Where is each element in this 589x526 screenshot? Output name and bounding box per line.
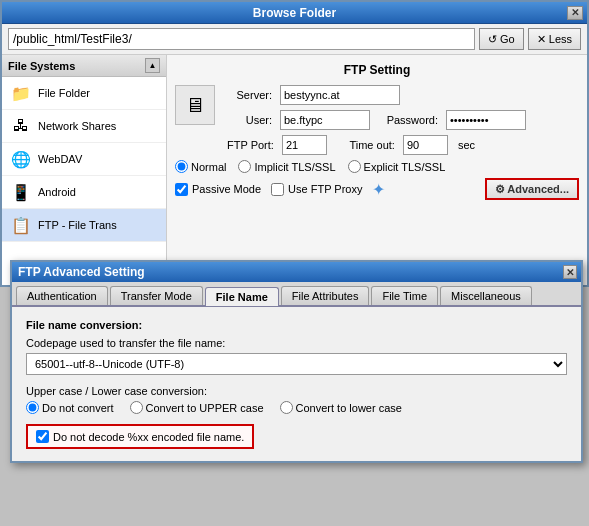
go-button[interactable]: ↺ Go [479,28,524,50]
radio-explicit-label: Explicit TLS/SSL [364,161,446,173]
password-label: Password: [378,114,438,126]
codepage-subtitle: Codepage used to transfer the file name: [26,337,567,349]
ftp-icon: 📋 [10,214,32,236]
advanced-dialog-title: FTP Advanced Setting [18,265,145,279]
decode-checkbox-row: Do not decode %xx encoded file name. [26,424,254,449]
android-icon: 📱 [10,181,32,203]
connection-type-group: Normal Implicit TLS/SSL Explicit TLS/SSL [175,160,579,173]
password-input[interactable] [446,110,526,130]
ftp-port-label: FTP Port: [227,139,274,151]
window-title: Browse Folder [253,6,336,20]
tab-file-time[interactable]: File Time [371,286,438,305]
case-subtitle: Upper case / Lower case conversion: [26,385,567,397]
timeout-label: Time out: [335,139,395,151]
sidebar-item-label: WebDAV [38,153,82,165]
advanced-button[interactable]: ⚙ Advanced... [485,178,579,200]
sidebar-item-label: Network Shares [38,120,116,132]
advanced-dialog-title-bar: FTP Advanced Setting ✕ [12,262,581,282]
address-bar: ↺ Go ✕ Less [2,24,587,55]
passive-mode-checkbox[interactable] [175,183,188,196]
browse-folder-window: Browse Folder ✕ ↺ Go ✕ Less File Systems… [0,0,589,287]
file-name-section-title: File name conversion: [26,319,567,331]
star-icon: ✦ [372,180,385,199]
sidebar-item-ftp[interactable]: 📋 FTP - File Trans [2,209,166,242]
scroll-up-button[interactable]: ▲ [145,58,160,73]
advanced-setting-dialog: FTP Advanced Setting ✕ Authentication Tr… [10,260,583,463]
advanced-dialog-close-button[interactable]: ✕ [563,265,577,279]
main-content: File Systems ▲ 📁 File Folder 🖧 Network S… [2,55,587,285]
port-timeout-row: FTP Port: Time out: sec [227,135,579,155]
file-systems-header: File Systems ▲ [2,55,166,77]
tab-file-name[interactable]: File Name [205,287,279,306]
case-no-convert-radio[interactable] [26,401,39,414]
radio-normal-label: Normal [191,161,226,173]
tab-authentication[interactable]: Authentication [16,286,108,305]
sidebar-item-label: Android [38,186,76,198]
ftp-port-input[interactable] [282,135,327,155]
radio-implicit-tls[interactable]: Implicit TLS/SSL [238,160,335,173]
case-to-upper[interactable]: Convert to UPPER case [130,401,264,414]
timeout-input[interactable] [403,135,448,155]
radio-implicit-input[interactable] [238,160,251,173]
ftp-proxy-label: Use FTP Proxy [288,183,362,195]
case-to-lower[interactable]: Convert to lower case [280,401,402,414]
tab-transfer-mode[interactable]: Transfer Mode [110,286,203,305]
user-label: User: [227,114,272,126]
ftp-server-icon: 🖥 [175,85,215,125]
decode-label: Do not decode %xx encoded file name. [53,431,244,443]
case-no-convert-label: Do not convert [42,402,114,414]
sidebar-item-network-shares[interactable]: 🖧 Network Shares [2,110,166,143]
timeout-unit: sec [458,139,475,151]
passive-mode-row: Passive Mode [175,183,261,196]
sidebar-item-label: FTP - File Trans [38,219,117,231]
sidebar-item-webdav[interactable]: 🌐 WebDAV [2,143,166,176]
dialog-content: File name conversion: Codepage used to t… [12,307,581,461]
decode-checkbox[interactable] [36,430,49,443]
ftp-proxy-checkbox[interactable] [271,183,284,196]
tab-bar: Authentication Transfer Mode File Name F… [12,282,581,307]
file-systems-panel: File Systems ▲ 📁 File Folder 🖧 Network S… [2,55,167,285]
user-password-row: User: Password: [227,110,579,130]
radio-implicit-label: Implicit TLS/SSL [254,161,335,173]
case-upper-radio[interactable] [130,401,143,414]
codepage-select[interactable]: 65001--utf-8--Unicode (UTF-8) [26,353,567,375]
radio-explicit-input[interactable] [348,160,361,173]
radio-normal[interactable]: Normal [175,160,226,173]
ftp-server-block: 🖥 Server: User: Password: FTP Port: [175,85,579,160]
address-input[interactable] [8,28,475,50]
case-lower-label: Convert to lower case [296,402,402,414]
radio-normal-input[interactable] [175,160,188,173]
ftp-setting-panel: FTP Setting 🖥 Server: User: Password: [167,55,587,285]
server-label: Server: [227,89,272,101]
file-folder-icon: 📁 [10,82,32,104]
webdav-icon: 🌐 [10,148,32,170]
server-input[interactable] [280,85,400,105]
case-group: Do not convert Convert to UPPER case Con… [26,401,567,414]
passive-mode-label: Passive Mode [192,183,261,195]
ftp-proxy-row: Use FTP Proxy [271,183,362,196]
case-do-not-convert[interactable]: Do not convert [26,401,114,414]
sidebar-item-label: File Folder [38,87,90,99]
case-upper-label: Convert to UPPER case [146,402,264,414]
window-close-button[interactable]: ✕ [567,6,583,20]
file-systems-label: File Systems [8,60,75,72]
network-shares-icon: 🖧 [10,115,32,137]
user-input[interactable] [280,110,370,130]
ftp-setting-title: FTP Setting [175,63,579,77]
server-row: Server: [227,85,579,105]
sidebar-item-android[interactable]: 📱 Android [2,176,166,209]
title-bar: Browse Folder ✕ [2,2,587,24]
tab-miscellaneous[interactable]: Miscellaneous [440,286,532,305]
less-button[interactable]: ✕ Less [528,28,581,50]
case-lower-radio[interactable] [280,401,293,414]
tab-file-attributes[interactable]: File Attributes [281,286,370,305]
radio-explicit-tls[interactable]: Explicit TLS/SSL [348,160,446,173]
ftp-server-fields: Server: User: Password: FTP Port: Time o… [227,85,579,160]
sidebar-item-file-folder[interactable]: 📁 File Folder [2,77,166,110]
